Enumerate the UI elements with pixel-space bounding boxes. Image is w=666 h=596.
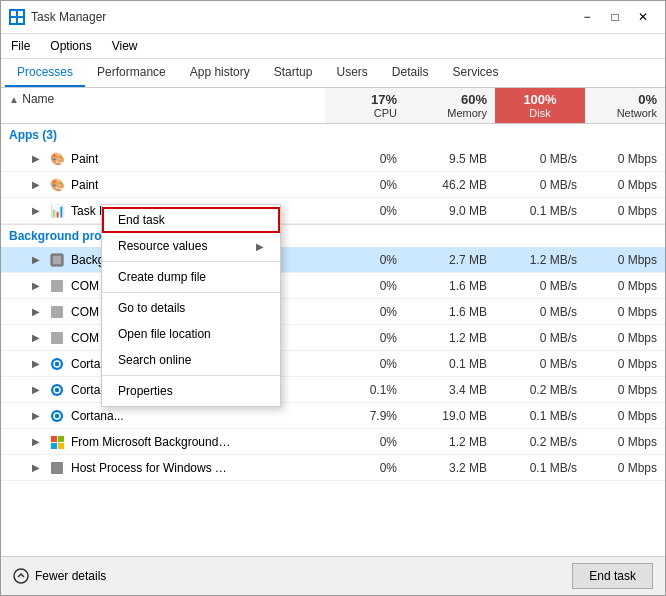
menu-view[interactable]: View [102,36,148,56]
expand-icon[interactable]: ▶ [29,204,43,218]
network-cell: 0 Mbps [585,407,665,425]
table-row[interactable]: ▶ Host Process for Windows Tasks 0% 3.2 … [1,455,665,481]
table-row[interactable]: ▶ From Microsoft Background Ta... 0% 1.2… [1,429,665,455]
tab-details[interactable]: Details [380,59,441,87]
tab-performance[interactable]: Performance [85,59,178,87]
column-headers: ▲ Name 17% CPU 60% Memory 100% Disk 0% N… [1,88,665,124]
expand-icon[interactable]: ▶ [29,435,43,449]
process-name: Cortana... [71,409,124,423]
memory-cell: 3.4 MB [405,381,495,399]
table-row[interactable]: ▶ 🎨 Paint 0% 9.5 MB 0 MB/s 0 Mbps [1,146,665,172]
ctx-resource-values[interactable]: Resource values ▶ [102,233,280,259]
cpu-cell: 0% [325,329,405,347]
task-manager-window: Task Manager − □ ✕ File Options View Pro… [0,0,666,596]
disk-cell: 0 MB/s [495,176,585,194]
disk-cell: 0.1 MB/s [495,202,585,220]
close-button[interactable]: ✕ [629,7,657,27]
maximize-button[interactable]: □ [601,7,629,27]
disk-cell: 0 MB/s [495,329,585,347]
cpu-cell: 0% [325,355,405,373]
expand-icon[interactable]: ▶ [29,331,43,345]
network-cell: 0 Mbps [585,381,665,399]
tab-services[interactable]: Services [441,59,511,87]
cpu-cell: 0.1% [325,381,405,399]
col-disk-header[interactable]: 100% Disk [495,88,585,123]
memory-cell: 9.0 MB [405,202,495,220]
expand-icon[interactable]: ▶ [29,305,43,319]
col-cpu-header[interactable]: 17% CPU [325,88,405,123]
network-cell: 0 Mbps [585,176,665,194]
context-menu-separator [102,261,280,262]
svg-point-20 [14,569,28,583]
ctx-properties[interactable]: Properties [102,378,280,404]
ctx-create-dump[interactable]: Create dump file [102,264,280,290]
cortana-icon [49,408,65,424]
expand-icon[interactable]: ▶ [29,357,43,371]
col-name[interactable]: ▲ Name [1,88,325,123]
menu-file[interactable]: File [1,36,40,56]
paint-icon: 🎨 [49,151,65,167]
col-memory-header[interactable]: 60% Memory [405,88,495,123]
memory-cell: 19.0 MB [405,407,495,425]
memory-cell: 1.2 MB [405,329,495,347]
paint-icon: 🎨 [49,177,65,193]
context-menu: End task Resource values ▶ Create dump f… [101,204,281,407]
status-bar: Fewer details End task [1,556,665,595]
network-cell: 0 Mbps [585,251,665,269]
end-task-button[interactable]: End task [572,563,653,589]
tab-bar: Processes Performance App history Startu… [1,59,665,88]
expand-icon[interactable]: ▶ [29,152,43,166]
cpu-cell: 0% [325,459,405,477]
disk-cell: 0 MB/s [495,277,585,295]
title-bar: Task Manager − □ ✕ [1,1,665,34]
svg-rect-19 [51,462,63,474]
svg-point-9 [51,358,63,370]
disk-cell: 0.1 MB/s [495,407,585,425]
table-row[interactable]: ▶ 🎨 Paint 0% 46.2 MB 0 MB/s 0 Mbps [1,172,665,198]
minimize-button[interactable]: − [573,7,601,27]
tab-app-history[interactable]: App history [178,59,262,87]
svg-rect-3 [18,18,23,23]
context-menu-separator [102,375,280,376]
tab-startup[interactable]: Startup [262,59,325,87]
process-name: From Microsoft Background Ta... [71,435,231,449]
context-menu-separator [102,292,280,293]
memory-cell: 9.5 MB [405,150,495,168]
disk-cell: 0 MB/s [495,355,585,373]
menu-options[interactable]: Options [40,36,101,56]
network-cell: 0 Mbps [585,303,665,321]
expand-icon[interactable]: ▶ [29,253,43,267]
expand-icon[interactable]: ▶ [29,178,43,192]
app-icon [9,9,25,25]
svg-rect-8 [51,332,63,344]
com-icon [49,278,65,294]
title-bar-left: Task Manager [9,9,106,25]
disk-cell: 0.2 MB/s [495,381,585,399]
cpu-cell: 0% [325,251,405,269]
ctx-go-to-details[interactable]: Go to details [102,295,280,321]
ctx-end-task[interactable]: End task [102,207,280,233]
expand-icon[interactable]: ▶ [29,383,43,397]
expand-icon[interactable]: ▶ [29,461,43,475]
ctx-open-file-location[interactable]: Open file location [102,321,280,347]
com-icon [49,304,65,320]
window-controls: − □ ✕ [573,7,657,27]
ctx-search-online[interactable]: Search online [102,347,280,373]
cpu-cell: 0% [325,202,405,220]
expand-icon[interactable]: ▶ [29,279,43,293]
svg-rect-6 [51,280,63,292]
tab-processes[interactable]: Processes [5,59,85,87]
expand-icon[interactable]: ▶ [29,409,43,423]
tab-users[interactable]: Users [324,59,379,87]
network-cell: 0 Mbps [585,433,665,451]
cortana-icon [49,382,65,398]
menu-bar: File Options View [1,34,665,59]
disk-cell: 0 MB/s [495,150,585,168]
network-cell: 0 Mbps [585,459,665,477]
fewer-details-button[interactable]: Fewer details [13,568,106,584]
disk-cell: 1.2 MB/s [495,251,585,269]
row-name: ▶ Host Process for Windows Tasks [1,458,325,478]
svg-rect-16 [58,436,64,442]
col-network-header[interactable]: 0% Network [585,88,665,123]
disk-cell: 0.2 MB/s [495,433,585,451]
